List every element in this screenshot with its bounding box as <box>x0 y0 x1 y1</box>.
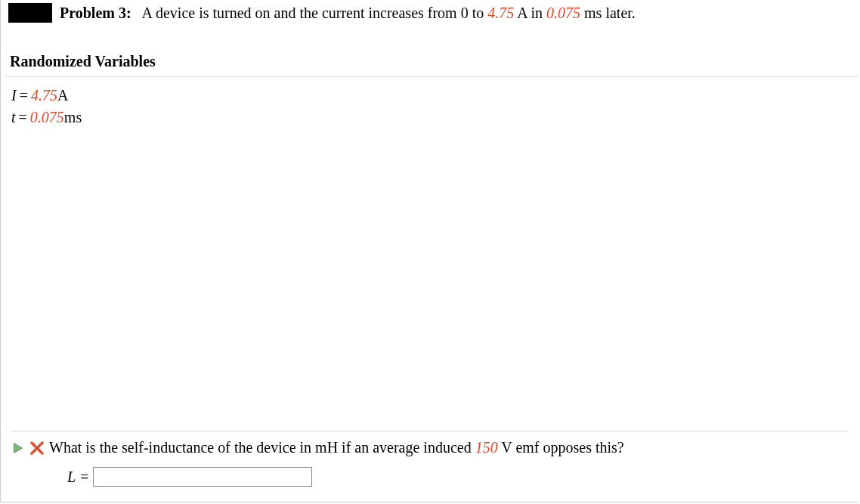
question-divider <box>11 431 848 431</box>
problem-text-suffix: ms later. <box>580 5 636 21</box>
problem-statement: A device is turned on and the current in… <box>142 5 636 22</box>
incorrect-x-icon[interactable] <box>29 441 45 456</box>
problem-text-mid: A in <box>514 5 546 21</box>
variables-block: I = 4.75 A t = 0.075 ms <box>1 77 858 136</box>
problem-time-value: 0.075 <box>546 5 580 21</box>
redacted-box <box>8 3 52 23</box>
randomized-variables-heading: Randomized Variables <box>1 30 858 76</box>
var-I-unit: A <box>57 85 68 107</box>
var-t-unit: ms <box>64 107 82 128</box>
question-text: What is the self-inductance of the devic… <box>49 439 624 456</box>
var-I-name: I <box>11 85 17 107</box>
problem-number-label: Problem 3: <box>60 5 131 22</box>
question-suffix: V emf opposes this? <box>498 439 624 456</box>
answer-input[interactable] <box>93 467 312 487</box>
var-t-eq: = <box>19 107 27 128</box>
variable-I: I = 4.75 A <box>11 85 848 107</box>
problem-container: Problem 3: A device is turned on and the… <box>0 0 858 502</box>
answer-eq: = <box>80 468 88 486</box>
problem-text-prefix: A device is turned on and the current in… <box>142 5 488 21</box>
question-row: What is the self-inductance of the devic… <box>11 439 848 456</box>
play-icon[interactable] <box>11 441 25 455</box>
problem-header: Problem 3: A device is turned on and the… <box>1 0 858 30</box>
problem-current-value: 4.75 <box>487 5 514 21</box>
variable-t: t = 0.075 ms <box>11 107 848 128</box>
var-t-name: t <box>11 107 16 128</box>
question-section: What is the self-inductance of the devic… <box>1 426 858 502</box>
var-t-value: 0.075 <box>30 107 64 128</box>
svg-marker-0 <box>14 443 23 453</box>
question-prefix: What is the self-inductance of the devic… <box>49 439 475 456</box>
question-emf-value: 150 <box>475 439 498 456</box>
answer-row: L = <box>67 467 848 487</box>
var-I-eq: = <box>20 85 28 107</box>
var-I-value: 4.75 <box>31 85 57 107</box>
answer-label: L <box>67 468 76 486</box>
